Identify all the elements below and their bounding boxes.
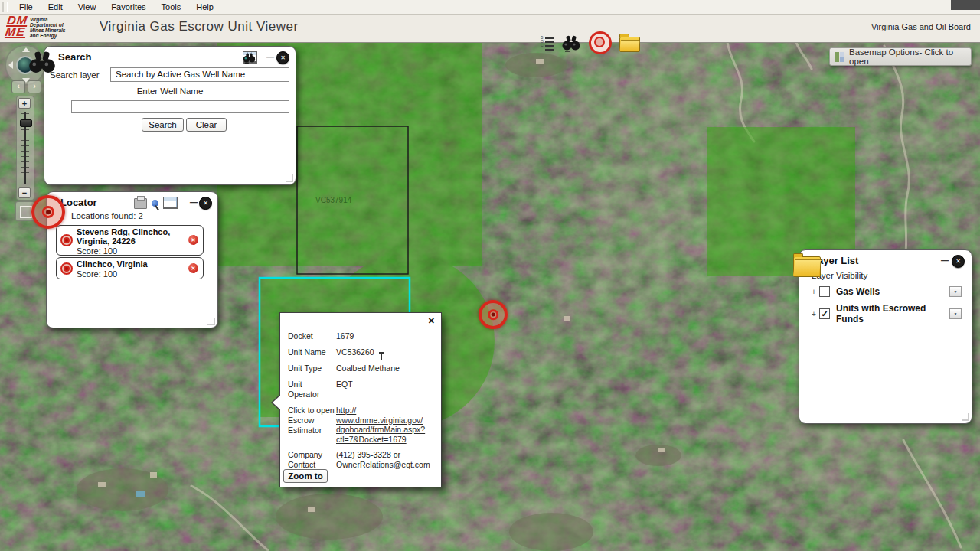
pan-west-icon[interactable] [8,61,13,69]
search-layer-label: Search layer [50,70,100,80]
result-target-icon [60,262,73,275]
search-panel-title: Search [58,51,91,63]
zoom-slider[interactable]: + − [16,96,34,201]
search-button[interactable]: Search [142,118,184,132]
layer-list-widget-folder-icon[interactable] [793,256,821,277]
basemap-options-label: Basemap Options- Click to open [849,47,971,66]
layer-row-gas-wells: + Gas Wells ▼ [812,286,962,297]
menu-view[interactable]: View [70,2,104,13]
close-icon[interactable]: ✕ [428,317,435,325]
resize-handle[interactable] [962,413,969,421]
zoom-out-button[interactable]: − [18,187,31,198]
gas-oil-board-link[interactable]: Virginia Gas and Oil Board [871,22,971,31]
clear-button[interactable]: Clear [186,118,227,132]
print-icon[interactable] [134,198,147,209]
locator-table-icon[interactable] [163,197,178,209]
zoom-slider-handle[interactable] [20,119,32,127]
layer-list-panel: Layer List — ✕ Layer Visibility + Gas We… [799,249,972,424]
search-spatial-icon[interactable] [243,51,256,64]
menu-file[interactable]: File [11,2,41,13]
extent-history-controls: ‹ › [11,80,41,93]
window-edge [951,0,980,10]
map-canvas[interactable]: VC537914 ‹ › + − Basemap Options- Click … [0,42,980,551]
locator-result-item[interactable]: Stevens Rdg, Clinchco, Virginia, 24226 S… [56,225,204,256]
menu-tools[interactable]: Tools [154,2,189,13]
gas-wells-checkbox[interactable] [819,286,830,297]
result-target-icon [60,234,73,246]
basemap-grid-icon [835,52,844,62]
search-panel: Search — ✕ Search layer [44,46,296,185]
logo-org-text: Virginia Department of Mines Minerals an… [30,15,66,38]
popup-contact-row: Company Contact (412) 395-3328 or OwnerR… [280,450,441,470]
binoculars-icon[interactable] [561,34,581,52]
app-header: DM ME Virginia Department of Mines Miner… [0,14,980,43]
minimize-icon[interactable]: — [190,199,198,208]
close-icon[interactable]: ✕ [199,197,212,210]
menu-help[interactable]: Help [188,2,221,13]
well-name-input[interactable] [71,100,289,113]
resize-handle[interactable] [207,318,215,325]
minimize-icon[interactable]: — [941,257,949,266]
expand-icon[interactable]: + [812,288,819,296]
layer-menu-icon[interactable]: ▼ [949,308,962,319]
popup-field-row: Unit Type Coalbed Methane [280,364,441,373]
resize-handle[interactable] [286,174,293,182]
escrow-estimator-link[interactable]: http:// www.dmme.virginia.gov/ dgoboard/… [336,406,433,444]
previous-extent-button[interactable]: ‹ [11,80,25,93]
app-window: File Edit View Favorites Tools Help DM M… [0,0,980,551]
locator-widget-target-icon[interactable] [31,195,65,229]
basemap-options-button[interactable]: Basemap Options- Click to open [829,47,972,66]
unit-info-popup: ✕ Docket 1679 Unit Name VC536260 Unit Ty… [279,312,442,487]
close-icon[interactable]: ✕ [276,51,289,64]
next-extent-button[interactable]: › [28,80,41,93]
popup-field-row: Unit Name VC536260 [280,347,441,357]
pool [136,491,145,497]
location-marker[interactable] [479,300,508,329]
search-layer-dropdown[interactable]: Search by Active Gas Well Name [110,67,289,82]
escrowed-units-checkbox[interactable]: ✓ [819,308,830,319]
popup-field-row: Unit Operator EQT [280,380,441,399]
locator-panel-title: Locator [60,197,97,208]
layer-menu-icon[interactable]: ▼ [949,286,962,297]
minimize-icon[interactable]: — [266,54,274,63]
zoom-in-button[interactable]: + [18,98,31,109]
zoom-to-button[interactable]: Zoom to [283,469,328,483]
locator-panel: Locator — ✕ Locations found: 2 Stevens R… [46,191,218,328]
close-icon[interactable]: ✕ [952,255,965,268]
search-widget-binoculars-icon[interactable] [28,48,57,76]
layers-folder-icon[interactable] [619,37,640,52]
remove-result-icon[interactable]: ✕ [188,263,198,273]
menu-favorites[interactable]: Favorites [103,2,153,13]
legend-list-icon[interactable]: BOC [541,35,554,51]
remove-result-icon[interactable]: ✕ [188,235,198,245]
expand-icon[interactable]: + [812,310,819,318]
popup-field-row: Docket 1679 [280,331,441,341]
locator-result-item[interactable]: Clinchco, Virginia Score: 100 ✕ [56,257,204,279]
browser-menu-bar: File Edit View Favorites Tools Help [0,0,980,15]
popup-escrow-row: Click to open Escrow Estimator http:// w… [280,406,441,444]
page-title: Virginia Gas Escrow Unit Viewer [100,19,299,34]
locations-found-status: Locations found: 2 [71,211,143,220]
extent-box-icon [20,206,32,218]
header-toolbar: BOC [541,31,640,54]
toolbar-grip [2,2,8,12]
logo-letters-bottom: ME [5,27,27,38]
unit-map-label: VC537914 [315,196,352,204]
locator-target-icon[interactable] [589,31,612,54]
well-name-label: Enter Well Name [44,86,296,96]
menu-edit[interactable]: Edit [41,2,70,13]
layer-row-escrowed-units: + ✓ Units with Escrowed Funds ▼ [812,303,962,324]
dmme-logo: DM ME Virginia Department of Mines Miner… [6,15,66,38]
text-cursor [381,352,382,360]
pushpin-icon[interactable] [152,200,158,207]
